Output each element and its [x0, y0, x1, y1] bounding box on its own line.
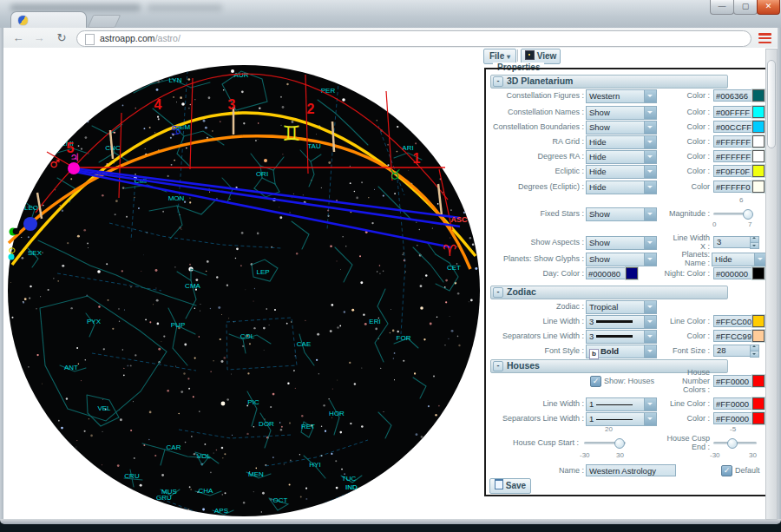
night-color-input[interactable] — [713, 267, 755, 279]
color-swatch[interactable] — [752, 150, 765, 162]
new-tab-button[interactable] — [88, 15, 121, 28]
slider-thumb[interactable] — [743, 209, 753, 220]
back-icon[interactable]: ← — [10, 30, 26, 46]
cusp-end-max: 30 — [749, 451, 757, 459]
maximize-button[interactable]: ▢ — [733, 0, 758, 15]
line-width-x-stepper[interactable]: 3 — [713, 236, 752, 248]
chevron-down-icon: ▾ — [507, 53, 510, 61]
row-constellation-figures: Constellation Figures : Western Color : — [486, 89, 765, 102]
address-bar[interactable]: astroapp.com/astro/ — [76, 30, 751, 47]
forward-icon[interactable]: → — [31, 30, 47, 46]
house-number-colors-swatch[interactable] — [752, 375, 765, 387]
browser-menu-icon[interactable] — [758, 33, 771, 45]
house-number-colors-input[interactable] — [713, 375, 755, 387]
constellation-label: CMA — [185, 282, 200, 290]
section-header-3d-planetarium[interactable]: - 3D Planetarium — [490, 75, 728, 89]
houses-separators-color-swatch[interactable] — [752, 412, 765, 424]
collapse-icon[interactable]: - — [493, 76, 503, 87]
planets-name-select[interactable]: Hide — [712, 253, 767, 266]
color-swatch[interactable] — [752, 121, 765, 133]
planet-marker — [9, 254, 15, 260]
minimize-button[interactable]: — — [710, 0, 734, 15]
stepper-arrows[interactable] — [750, 345, 758, 357]
select-value: 3 — [589, 317, 594, 326]
save-button[interactable]: Save — [489, 478, 531, 494]
field-label: Font Style : — [486, 345, 584, 357]
color-swatch[interactable] — [752, 165, 765, 177]
font-size-stepper[interactable]: 28 — [713, 345, 752, 357]
color-label: Color : — [607, 89, 710, 102]
page-scrollbar[interactable] — [765, 49, 778, 520]
zodiac-separators-color-swatch[interactable] — [752, 330, 765, 342]
magnitude-slider[interactable] — [713, 207, 752, 220]
select-value: 1 — [589, 399, 594, 409]
default-checkbox[interactable] — [721, 465, 732, 476]
magnitude-label: Magnitude : — [607, 207, 710, 220]
field-label: Constellation Boundaries : — [486, 121, 584, 133]
slider-thumb[interactable] — [727, 438, 738, 449]
zodiac-line-color-input[interactable] — [713, 315, 755, 327]
zodiac-line-color-swatch[interactable] — [752, 315, 765, 327]
houses-line-color-swatch[interactable] — [752, 397, 765, 410]
row-zodiac-separators-width: Separators Line Width : 3 Color : — [486, 330, 765, 342]
degrees-ra-color-input[interactable] — [713, 150, 755, 162]
color-swatch[interactable] — [752, 89, 765, 102]
row-houses-line-width: Line Width : 1 Line Color : — [486, 397, 765, 410]
ra-grid-color-input[interactable] — [713, 135, 755, 148]
house-cusp-end-label: House Cusp End : — [607, 434, 710, 451]
field-label: Show Aspects : — [486, 236, 584, 248]
collapse-icon[interactable]: - — [493, 287, 503, 298]
section-header-zodiac[interactable]: - Zodiac — [490, 286, 728, 299]
constellation-label: LYN — [169, 76, 182, 84]
houses-separators-color-label: Color : — [607, 412, 710, 424]
constellation-boundaries-color-input[interactable] — [713, 121, 755, 133]
browser-tab[interactable] — [10, 11, 87, 29]
house-cusp-end-slider[interactable] — [713, 437, 757, 449]
scrollbar-thumb[interactable] — [767, 60, 776, 148]
degrees-ecliptic-color-input[interactable] — [713, 181, 755, 193]
houses-line-color-input[interactable] — [713, 397, 755, 410]
color-swatch[interactable] — [752, 135, 765, 148]
constellation-label: ERI — [369, 318, 380, 325]
night-color-swatch[interactable] — [752, 267, 765, 279]
constellation-figures-color-input[interactable] — [713, 89, 755, 102]
zodiac-glyph: ♊ — [282, 122, 301, 146]
field-label: Constellation Figures : — [486, 89, 584, 102]
house-number: 2 — [307, 102, 315, 116]
collapse-icon[interactable]: - — [493, 361, 503, 371]
constellation-label: MON — [168, 194, 185, 202]
chevron-down-icon — [754, 253, 766, 266]
constellation-label: AUR — [234, 71, 249, 79]
window-frame-right — [778, 28, 781, 519]
close-button[interactable]: ✕ — [757, 0, 780, 15]
color-swatch[interactable] — [752, 181, 765, 193]
color-swatch[interactable] — [752, 106, 765, 118]
zodiac-type-select[interactable]: Tropical — [586, 300, 657, 314]
constellation-names-color-input[interactable] — [713, 106, 755, 118]
stepper-down-icon[interactable] — [750, 351, 759, 358]
select-value: Hide — [589, 166, 607, 177]
url-path: /astro/ — [155, 33, 180, 43]
planetarium-sky-map[interactable]: LYNAURPERGEMCNCLMICMIMONORITAUARICETSEXL… — [5, 48, 486, 519]
row-house-cusp: House Cusp Start : House Cusp End : — [486, 437, 765, 449]
stepper-arrows[interactable] — [750, 236, 758, 248]
view-icon — [525, 50, 535, 60]
zodiac-glyph: ♃ — [69, 151, 80, 164]
show-houses-checkbox[interactable] — [590, 376, 601, 387]
ecliptic-color-input[interactable] — [713, 165, 755, 177]
houses-separators-color-input[interactable] — [713, 412, 755, 424]
stepper-down-icon[interactable] — [750, 242, 759, 249]
row-ecliptic: Ecliptic : Hide Color : — [486, 165, 765, 177]
name-input[interactable] — [586, 464, 676, 476]
section-title: Zodiac — [507, 286, 536, 298]
section-title: Houses — [507, 360, 540, 371]
zodiac-separators-color-input[interactable] — [713, 330, 755, 342]
constellation-label: CRU — [124, 472, 140, 480]
reload-icon[interactable]: ↻ — [54, 30, 69, 46]
row-ra-grid: RA Grid : Hide Color : — [486, 135, 765, 148]
name-label: Name : — [486, 464, 584, 476]
constellation-label: VEL — [97, 404, 111, 412]
url-text[interactable]: astroapp.com/astro/ — [100, 31, 180, 46]
field-label: Zodiac : — [486, 300, 584, 312]
cusp-start-value: 20 — [605, 425, 613, 433]
